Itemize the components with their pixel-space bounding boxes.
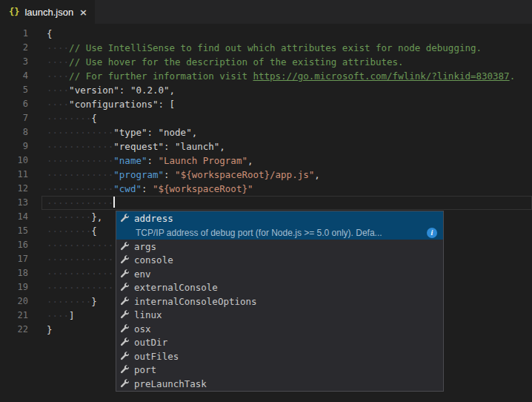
code-token: {	[91, 225, 97, 237]
code-line[interactable]: 6····"configurations": [	[0, 97, 532, 111]
code-text: ····]	[28, 309, 75, 323]
code-token: "name"	[113, 155, 147, 166]
wrench-icon	[120, 297, 130, 306]
code-token: {	[47, 28, 53, 39]
whitespace-dots: ····	[47, 42, 69, 53]
code-text: ············	[28, 252, 113, 266]
whitespace-dots: ············	[47, 254, 113, 265]
info-icon[interactable]: i	[427, 228, 437, 238]
line-number: 2	[0, 41, 28, 55]
suggestion-item[interactable]: linux	[116, 309, 443, 323]
code-text: ············	[28, 196, 115, 210]
line-number: 22	[0, 323, 28, 337]
code-line[interactable]: 9············"request": "launch",	[0, 139, 532, 154]
line-number: 6	[0, 97, 28, 111]
code-text: ········{	[28, 111, 97, 125]
suggestion-item[interactable]: internalConsoleOptions	[116, 294, 443, 309]
whitespace-dots: ····	[47, 56, 69, 67]
suggestion-item[interactable]: outFiles	[116, 349, 443, 363]
tab-bar: {} launch.json ×	[0, 0, 532, 24]
code-text: ····// Use hover for the description of …	[28, 55, 404, 69]
wrench-icon	[120, 310, 130, 320]
whitespace-dots: ····	[47, 99, 69, 110]
suggestion-list: argsconsoleenvexternalConsoleinternalCon…	[116, 240, 443, 391]
suggestion-item[interactable]: port	[116, 363, 443, 378]
line-number: 14	[0, 210, 28, 224]
code-line[interactable]: 1{	[0, 27, 532, 41]
code-text: ············"cwd": "${workspaceRoot}"	[28, 182, 253, 196]
code-token: "type": "node",	[113, 127, 197, 138]
whitespace-dots: ············	[47, 169, 113, 180]
code-text: ············"request": "launch",	[28, 139, 225, 154]
whitespace-dots: ············	[47, 141, 113, 152]
line-number: 1	[0, 27, 28, 41]
suggestion-item[interactable]: externalConsole	[116, 281, 443, 295]
code-text: ····// For further information visit htt…	[28, 69, 515, 83]
code-line[interactable]: 11············"program": "${workspaceRoo…	[0, 168, 532, 182]
json-file-icon: {}	[9, 7, 19, 17]
suggestion-item[interactable]: preLaunchTask	[116, 377, 443, 391]
code-line[interactable]: 13············	[0, 196, 532, 210]
code-text: }	[28, 323, 53, 337]
suggestion-label: internalConsoleOptions	[134, 296, 257, 307]
whitespace-dots: ············	[47, 240, 113, 251]
code-text: ········}	[28, 294, 97, 309]
code-line[interactable]: 10············"name": "Launch Program",	[0, 154, 532, 168]
suggestion-label: externalConsole	[134, 282, 218, 293]
suggestion-item[interactable]: args	[116, 240, 443, 254]
suggestion-label: outDir	[134, 337, 167, 348]
whitespace-dots: ········	[47, 225, 91, 237]
wrench-icon	[120, 283, 130, 292]
whitespace-dots: ········	[47, 296, 91, 307]
suggestion-item[interactable]: console	[116, 254, 443, 268]
wrench-icon	[120, 269, 130, 279]
code-text: ············"name": "Launch Program",	[28, 154, 253, 168]
code-line[interactable]: 12············"cwd": "${workspaceRoot}"	[0, 182, 532, 196]
code-line[interactable]: 7········{	[0, 111, 532, 125]
line-number: 17	[0, 252, 28, 266]
whitespace-dots: ············	[47, 127, 113, 138]
whitespace-dots: ············	[47, 183, 113, 194]
line-number: 12	[0, 182, 28, 196]
close-icon[interactable]: ×	[79, 7, 87, 18]
code-text: ········{	[28, 224, 97, 238]
text-cursor	[113, 197, 115, 208]
code-line[interactable]: 8············"type": "node",	[0, 125, 532, 139]
code-token: :	[142, 183, 153, 194]
code-text: {	[28, 27, 53, 41]
line-number: 8	[0, 125, 28, 139]
code-text: ············"program": "${workspaceRoot}…	[28, 168, 320, 182]
wrench-icon	[120, 242, 130, 251]
code-token: },	[91, 211, 102, 223]
line-number: 16	[0, 238, 28, 252]
code-line[interactable]: 2····// Use IntelliSense to find out whi…	[0, 41, 532, 55]
suggestion-label: port	[134, 364, 156, 375]
line-number: 20	[0, 294, 28, 309]
whitespace-dots: ············	[47, 268, 113, 279]
code-token: .	[510, 70, 516, 82]
code-token: "version": "0.2.0",	[69, 85, 175, 96]
code-line[interactable]: 4····// For further information visit ht…	[0, 69, 532, 83]
suggestion-item[interactable]: outDir	[116, 336, 443, 350]
line-number: 19	[0, 280, 28, 294]
code-text: ············"type": "node",	[28, 125, 197, 139]
line-number: 3	[0, 55, 28, 69]
code-line[interactable]: 5····"version": "0.2.0",	[0, 83, 532, 97]
whitespace-dots: ····	[47, 310, 69, 321]
wrench-icon	[120, 379, 130, 389]
tab-launch-json[interactable]: {} launch.json ×	[0, 0, 95, 24]
line-number: 7	[0, 111, 28, 125]
suggestion-item[interactable]: osx	[116, 322, 443, 336]
wrench-icon	[120, 365, 130, 375]
wrench-icon	[120, 214, 130, 223]
code-line[interactable]: 3····// Use hover for the description of…	[0, 55, 532, 69]
whitespace-dots: ····	[47, 70, 69, 82]
code-token: ,	[247, 155, 253, 166]
line-number: 9	[0, 139, 28, 154]
wrench-icon	[120, 337, 130, 347]
code-token: "configurations": [	[69, 99, 175, 110]
suggestion-item-selected[interactable]: address TCP/IP address of debug port (fo…	[116, 211, 443, 240]
suggestion-item[interactable]: env	[116, 267, 443, 281]
wrench-icon	[120, 352, 130, 361]
code-token: "cwd"	[113, 183, 142, 194]
